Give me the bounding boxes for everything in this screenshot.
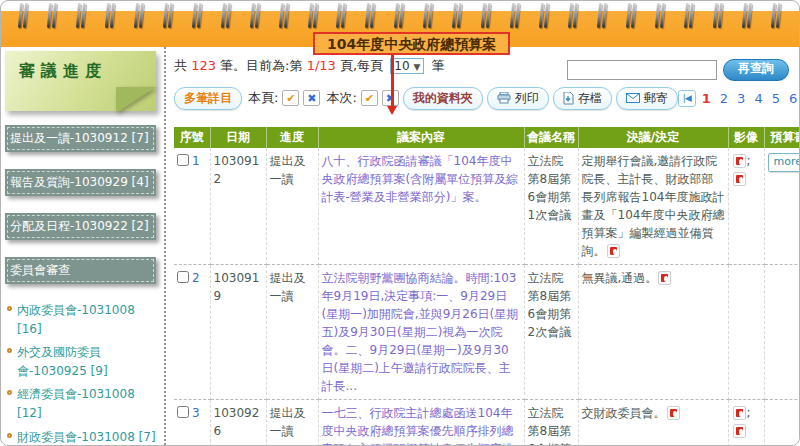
- binder-ring-icon: [76, 3, 87, 29]
- chevron-down-icon: ▼: [413, 62, 420, 72]
- row-checkbox[interactable]: [177, 154, 189, 166]
- header-decision: 決議/決定: [578, 127, 728, 148]
- cell-meeting: 立法院第8屆第6會期第1次會議: [524, 148, 578, 265]
- binder-ring-icon: [134, 3, 145, 29]
- multi-detail-button[interactable]: 多筆詳目: [174, 87, 242, 110]
- pagination-page-2[interactable]: 2: [719, 91, 729, 106]
- row-checkbox[interactable]: [177, 271, 189, 283]
- case-content-link[interactable]: 八十、行政院函請審議「104年度中央政府總預算案(含附屬單位預算及綜計表-營業及…: [322, 154, 519, 204]
- binder-ring-icon: [655, 3, 666, 29]
- budget-more-button[interactable]: more: [768, 153, 800, 172]
- sidebar-stage-button-2[interactable]: 報告及質詢-1030929 [4]: [5, 169, 156, 196]
- pdf-icon[interactable]: [733, 172, 746, 186]
- header-progress: 進度: [266, 127, 318, 148]
- pdf-icon[interactable]: [658, 271, 671, 285]
- case-content-link[interactable]: 立法院朝野黨團協商結論。時間:103年9月19日,決定事項:一、9月29日(星期…: [322, 271, 519, 393]
- sidebar-committee-link-3[interactable]: 經濟委員會-1031008 [12]: [7, 385, 158, 422]
- pdf-icon[interactable]: [733, 154, 746, 168]
- select-all-page-button[interactable]: ✔: [282, 90, 299, 106]
- pagination-first-button[interactable]: |◀: [678, 90, 696, 107]
- cell-image: ;: [728, 400, 764, 446]
- sidebar-committee-link-2[interactable]: 外交及國防委員會-1030925 [9]: [7, 343, 158, 380]
- cell-budget: [764, 265, 799, 400]
- binder-ring-icon: [105, 3, 116, 29]
- sidebar-committee-link-1[interactable]: 內政委員會-1031008 [16]: [7, 301, 158, 338]
- image-separator: ;: [747, 406, 751, 420]
- pagination-page-3[interactable]: 3: [736, 91, 746, 106]
- sidebar-stage-button-4[interactable]: 委員會審查: [5, 257, 156, 284]
- cell-progress: 提出及一讀: [266, 400, 318, 446]
- binder-ring-icon: [18, 3, 29, 29]
- header-date: 日期: [210, 127, 266, 148]
- binder-ring-icon: [163, 3, 174, 29]
- binder-ring-icon: [47, 3, 58, 29]
- page-title: 104年度中央政府總預算案: [313, 32, 510, 55]
- sidebar-stage-button-3[interactable]: 分配及日程-1030922 [2]: [5, 213, 156, 240]
- pagination-page-5[interactable]: 5: [771, 91, 781, 106]
- record-info-mid1: 筆。目前為:第: [220, 58, 302, 73]
- save-file-icon: [563, 92, 574, 105]
- cell-seq: 3: [174, 400, 210, 446]
- table-row-1: 11030912提出及一讀八十、行政院函請審議「104年度中央政府總預算案(含附…: [174, 148, 799, 265]
- clear-all-page-button[interactable]: ✖: [303, 90, 320, 106]
- note-fold-decoration: [116, 87, 156, 113]
- main-panel: 共 123 筆。目前為:第 1/13 頁,每頁 10 ▼ 筆 再查詢 多筆詳目 …: [164, 47, 799, 445]
- binder-ring-icon: [221, 3, 232, 29]
- this-page-label: 本頁:: [248, 89, 278, 107]
- binder-ring-icon: [713, 3, 724, 29]
- pagination: |◀ 12345678910 ▶▶ ▶ ▶|: [678, 90, 799, 107]
- binder-ring-icon: [336, 3, 347, 29]
- header-budget: 預算書: [764, 127, 799, 148]
- binder-ring-icon: [539, 3, 550, 29]
- binder-ring-icon: [394, 3, 405, 29]
- image-separator: ;: [747, 154, 751, 168]
- my-folder-button[interactable]: 我的資料夾: [403, 87, 483, 110]
- select-all-session-button[interactable]: ✔: [361, 90, 378, 106]
- sidebar-title: 審議進度: [5, 51, 156, 82]
- binder-ring-icon: [510, 3, 521, 29]
- cell-decision: 定期舉行會議,邀請行政院院長、主計長、財政部部長列席報告104年度施政計畫及「1…: [578, 148, 728, 265]
- binder-ring-icon: [192, 3, 203, 29]
- cell-budget: [764, 400, 799, 446]
- requery-button[interactable]: 再查詢: [723, 59, 789, 81]
- pagination-page-4[interactable]: 4: [753, 91, 763, 106]
- record-info-prefix: 共: [174, 58, 187, 73]
- binder-ring-icon: [771, 3, 782, 29]
- record-info-suffix: 筆: [431, 58, 444, 73]
- sidebar-committees: 內政委員會-1031008 [16]外交及國防委員會-1030925 [9]經濟…: [5, 301, 158, 446]
- pdf-icon[interactable]: [733, 406, 746, 420]
- per-page-select[interactable]: 10 ▼: [390, 58, 424, 74]
- row-checkbox[interactable]: [177, 406, 189, 418]
- pagination-page-1[interactable]: 1: [701, 91, 712, 106]
- app-window: 104年度中央政府總預算案 審議進度 提出及一讀-1030912 [7]報告及質…: [0, 0, 800, 446]
- results-table: 序號 日期 進度 議案內容 會議名稱 決議/決定 影像 預算書 11030912…: [174, 127, 799, 445]
- cell-decision: 交財政委員會。: [578, 400, 728, 446]
- mail-button[interactable]: 郵寄: [616, 87, 678, 110]
- sidebar-stage-button-1[interactable]: 提出及一讀-1030912 [7]: [5, 125, 156, 152]
- row-seq: 3: [192, 404, 200, 422]
- record-page: 1/13: [307, 58, 336, 73]
- binder-ring-icon: [250, 3, 261, 29]
- sidebar-stages: 提出及一讀-1030912 [7]報告及質詢-1030929 [4]分配及日程-…: [5, 125, 158, 284]
- row-seq: 2: [192, 269, 200, 287]
- cell-date: 1030919: [210, 265, 266, 400]
- sidebar-committee-link-4[interactable]: 財政委員會-1031008 [7]: [7, 428, 158, 446]
- binder-ring-icon: [423, 3, 434, 29]
- envelope-icon: [626, 93, 640, 103]
- cell-decision: 無異議,通過。: [578, 265, 728, 400]
- binder-ring-icon: [626, 3, 637, 29]
- cell-seq: 1: [174, 148, 210, 265]
- save-button[interactable]: 存檔: [553, 87, 612, 110]
- pdf-icon[interactable]: [607, 244, 620, 258]
- pdf-icon[interactable]: [733, 424, 746, 438]
- case-content-link[interactable]: 一七三、行政院主計總處函送104年度中央政府總預算案優先順序排列總表暨各主管機關…: [322, 406, 514, 445]
- record-total: 123: [191, 58, 216, 73]
- search-input[interactable]: [567, 60, 717, 80]
- row-seq: 1: [192, 152, 200, 170]
- pdf-icon[interactable]: [667, 406, 680, 420]
- print-button[interactable]: 列印: [487, 87, 549, 110]
- pagination-page-6[interactable]: 6: [788, 91, 798, 106]
- binder-ring-icon: [742, 3, 753, 29]
- binder-ring-icon: [481, 3, 492, 29]
- pagination-pages: 12345678910: [701, 91, 799, 106]
